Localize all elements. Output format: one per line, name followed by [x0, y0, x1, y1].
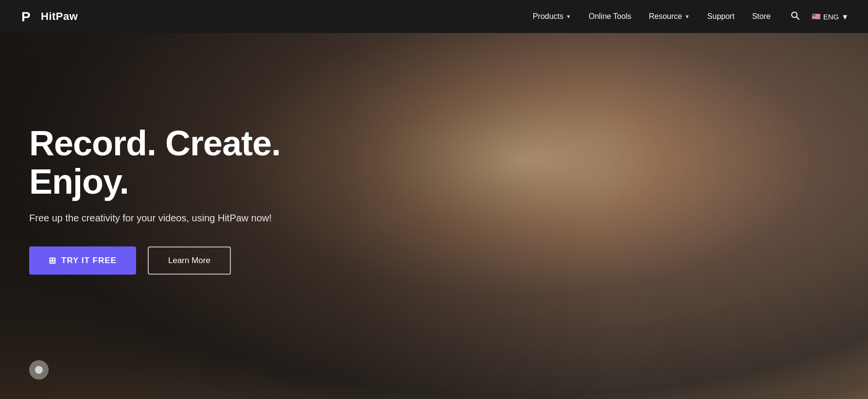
- hero-subtitle: Free up the creativity for your videos, …: [29, 211, 369, 225]
- search-button[interactable]: [788, 9, 802, 25]
- hitpaw-logo-icon: P: [19, 8, 37, 25]
- svg-line-3: [796, 17, 799, 19]
- resource-chevron-icon: ▼: [684, 14, 690, 19]
- scroll-indicator: [29, 360, 49, 380]
- nav-links: Products ▼ Online Tools Resource ▼ Suppo…: [533, 12, 770, 21]
- lang-label: ENG: [823, 13, 839, 21]
- brand-name: HitPaw: [41, 10, 78, 23]
- nav-right: 🇺🇸 ENG ▼: [788, 9, 849, 25]
- nav-link-products[interactable]: Products ▼: [533, 12, 571, 21]
- logo-area[interactable]: P HitPaw: [19, 8, 78, 25]
- search-icon: [790, 11, 800, 20]
- hero-title: Record. Create. Enjoy.: [29, 124, 369, 201]
- learn-more-label: Learn More: [168, 256, 210, 265]
- language-selector[interactable]: 🇺🇸 ENG ▼: [812, 12, 849, 21]
- nav-link-store[interactable]: Store: [752, 12, 770, 21]
- nav-item-online-tools[interactable]: Online Tools: [589, 12, 631, 21]
- products-chevron-icon: ▼: [566, 14, 571, 19]
- scroll-dot-inner: [35, 366, 43, 374]
- navbar: P HitPaw Products ▼ Online Tools Resourc…: [0, 0, 868, 33]
- lang-chevron-icon: ▼: [841, 13, 849, 21]
- svg-text:P: P: [21, 9, 31, 24]
- hero-section: P HitPaw Products ▼ Online Tools Resourc…: [0, 0, 868, 399]
- hero-buttons: ⊞ TRY IT FREE Learn More: [29, 247, 369, 275]
- hero-content: Record. Create. Enjoy. Free up the creat…: [29, 124, 369, 275]
- nav-item-resource[interactable]: Resource ▼: [649, 12, 690, 21]
- scroll-dot: [29, 360, 49, 380]
- nav-item-support[interactable]: Support: [707, 12, 734, 21]
- windows-icon: ⊞: [49, 255, 56, 266]
- try-button-label: TRY IT FREE: [61, 256, 117, 266]
- learn-more-button[interactable]: Learn More: [148, 247, 231, 275]
- nav-link-support[interactable]: Support: [707, 12, 734, 21]
- try-it-free-button[interactable]: ⊞ TRY IT FREE: [29, 247, 136, 275]
- flag-icon: 🇺🇸: [812, 12, 821, 21]
- nav-link-resource[interactable]: Resource ▼: [649, 12, 690, 21]
- nav-item-products[interactable]: Products ▼: [533, 12, 571, 21]
- nav-item-store[interactable]: Store: [752, 12, 770, 21]
- nav-link-online-tools[interactable]: Online Tools: [589, 12, 631, 21]
